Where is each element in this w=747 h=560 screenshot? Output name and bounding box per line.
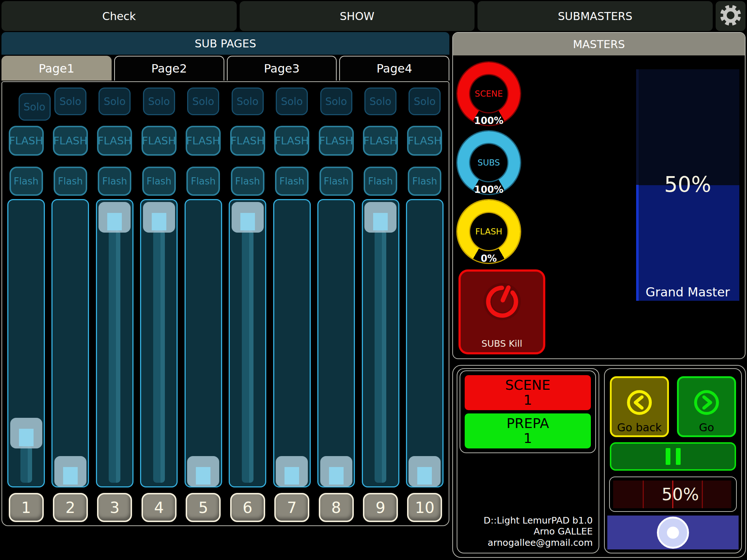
fader-touch-point-9	[373, 213, 388, 230]
channel-1: SoloFLASHFlash1	[7, 88, 45, 525]
flash-upper-button-5[interactable]: FLASH	[186, 126, 221, 156]
tab-page2[interactable]: Page2	[114, 56, 224, 81]
flash-lower-button-6[interactable]: Flash	[231, 167, 264, 196]
check-button[interactable]: Check	[1, 1, 237, 31]
masters-title: MASTERS	[453, 33, 745, 55]
fader-track-2[interactable]	[51, 199, 89, 487]
fader-touch-point-1	[19, 429, 34, 446]
flash-upper-button-2[interactable]: FLASH	[53, 126, 88, 156]
knob-value-scene: 100%	[457, 115, 520, 126]
flash-lower-button-9[interactable]: Flash	[364, 167, 397, 196]
grand-master-fader[interactable]: 50% Grand Master	[636, 69, 739, 301]
subs-kill-label: SUBS Kill	[461, 338, 543, 349]
flash-upper-button-1[interactable]: FLASH	[9, 126, 44, 156]
fader-trail-6	[242, 230, 253, 483]
fader-handle-4[interactable]	[143, 202, 175, 233]
fader-track-1[interactable]	[7, 199, 45, 487]
channel-number-button-3[interactable]: 3	[97, 493, 132, 522]
fader-track-8[interactable]	[317, 199, 355, 487]
flash-lower-button-7[interactable]: Flash	[275, 167, 309, 196]
solo-button-8[interactable]: Solo	[320, 88, 352, 115]
channel-number-button-6[interactable]: 6	[230, 493, 265, 522]
solo-button-9[interactable]: Solo	[364, 88, 396, 115]
knob-subs[interactable]: SUBS100%	[457, 131, 520, 194]
power-icon	[475, 275, 529, 330]
flash-upper-button-4[interactable]: FLASH	[142, 126, 177, 156]
fader-handle-10[interactable]	[409, 456, 441, 487]
tab-page3[interactable]: Page3	[227, 56, 337, 81]
solo-button-5[interactable]: Solo	[187, 88, 219, 115]
subpages-title: SUB PAGES	[1, 32, 449, 55]
settings-button[interactable]	[716, 1, 746, 31]
flash-upper-button-10[interactable]: FLASH	[407, 126, 442, 156]
fader-track-10[interactable]	[406, 199, 444, 487]
scene-display[interactable]: SCENE 1	[465, 375, 591, 410]
fader-handle-6[interactable]	[232, 202, 264, 233]
flash-lower-button-3[interactable]: Flash	[98, 167, 131, 196]
fader-handle-5[interactable]	[187, 456, 219, 487]
channel-6: SoloFLASHFlash6	[229, 88, 266, 525]
solo-button-10[interactable]: Solo	[409, 88, 441, 115]
channel-number-button-7[interactable]: 7	[274, 493, 309, 522]
fader-handle-3[interactable]	[98, 202, 131, 233]
knob-flash[interactable]: FLASH0%	[457, 200, 520, 263]
subs-kill-button[interactable]: SUBS Kill	[458, 269, 545, 354]
flash-upper-button-6[interactable]: FLASH	[230, 126, 265, 156]
flash-upper-button-8[interactable]: FLASH	[319, 126, 354, 156]
flash-upper-button-3[interactable]: FLASH	[97, 126, 132, 156]
tab-page4[interactable]: Page4	[339, 56, 449, 81]
prepa-number: 1	[523, 431, 532, 446]
flash-lower-button-4[interactable]: Flash	[142, 167, 176, 196]
solo-button-3[interactable]: Solo	[98, 88, 131, 115]
flash-lower-button-2[interactable]: Flash	[54, 167, 87, 196]
prepa-display[interactable]: PREPA 1	[465, 413, 591, 448]
pause-button[interactable]	[610, 442, 736, 471]
chevron-left-icon	[625, 388, 654, 418]
fader-touch-point-3	[107, 213, 122, 230]
scene-number: 1	[523, 393, 532, 408]
tab-page1[interactable]: Page1	[1, 56, 112, 81]
solo-button-2[interactable]: Solo	[54, 88, 86, 115]
go-button[interactable]: Go	[677, 376, 736, 437]
solo-button-4[interactable]: Solo	[143, 88, 175, 115]
channel-number-button-10[interactable]: 10	[407, 493, 442, 522]
crossfade-slider[interactable]	[607, 516, 739, 549]
grand-master-label: Grand Master	[636, 285, 739, 299]
fader-handle-7[interactable]	[276, 456, 308, 487]
flash-lower-button-8[interactable]: Flash	[320, 167, 353, 196]
fader-track-5[interactable]	[185, 199, 222, 487]
channel-number-button-4[interactable]: 4	[142, 493, 177, 522]
flash-lower-button-10[interactable]: Flash	[408, 167, 441, 196]
fader-handle-8[interactable]	[320, 456, 352, 487]
show-button[interactable]: SHOW	[240, 1, 475, 31]
flash-upper-button-9[interactable]: FLASH	[363, 126, 398, 156]
fader-track-7[interactable]	[273, 199, 311, 487]
go-back-button[interactable]: Go back	[610, 376, 669, 437]
channel-number-button-2[interactable]: 2	[53, 493, 88, 522]
cue-panel: SCENE 1 PREPA 1 D::Light LemurPAD b1.0Ar…	[457, 368, 599, 553]
channel-number-button-1[interactable]: 1	[9, 493, 44, 522]
knob-scene[interactable]: SCENE100%	[457, 62, 520, 125]
fader-touch-point-5	[196, 467, 210, 485]
fader-handle-2[interactable]	[54, 456, 86, 487]
submasters-button[interactable]: SUBMASTERS	[477, 1, 713, 31]
crossfade-display: 50%	[609, 477, 737, 512]
flash-upper-button-7[interactable]: FLASH	[274, 126, 309, 156]
fader-handle-1[interactable]	[10, 418, 42, 448]
fader-track-6[interactable]	[229, 199, 266, 487]
fader-handle-9[interactable]	[364, 202, 396, 233]
crossfade-slider-knob[interactable]	[657, 517, 689, 549]
channel-number-button-5[interactable]: 5	[186, 493, 221, 522]
fader-track-4[interactable]	[140, 199, 178, 487]
go-panel: Go back Go	[604, 368, 742, 553]
channel-number-button-9[interactable]: 9	[363, 493, 398, 522]
solo-button-6[interactable]: Solo	[232, 88, 264, 115]
solo-button-7[interactable]: Solo	[276, 88, 308, 115]
pause-icon	[666, 448, 670, 465]
fader-track-9[interactable]	[362, 199, 399, 487]
fader-track-3[interactable]	[96, 199, 133, 487]
channel-number-button-8[interactable]: 8	[319, 493, 354, 522]
flash-lower-button-1[interactable]: Flash	[9, 167, 43, 196]
flash-lower-button-5[interactable]: Flash	[186, 167, 220, 196]
solo-button-1[interactable]: Solo	[19, 93, 51, 121]
